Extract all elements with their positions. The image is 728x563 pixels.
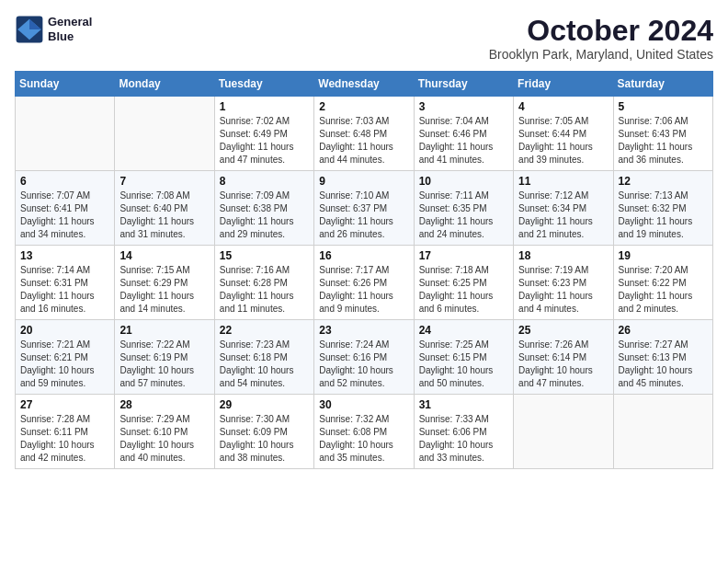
calendar-cell: 8Sunrise: 7:09 AM Sunset: 6:38 PM Daylig… <box>214 171 313 246</box>
month-title: October 2024 <box>489 15 713 47</box>
day-number: 13 <box>20 249 109 262</box>
day-detail: Sunrise: 7:22 AM Sunset: 6:19 PM Dayligh… <box>119 339 209 390</box>
calendar-cell: 20Sunrise: 7:21 AM Sunset: 6:21 PM Dayli… <box>16 320 115 395</box>
calendar-week-row: 1Sunrise: 7:02 AM Sunset: 6:49 PM Daylig… <box>16 97 713 171</box>
day-number: 4 <box>518 100 608 113</box>
calendar-cell: 4Sunrise: 7:05 AM Sunset: 6:44 PM Daylig… <box>514 97 613 171</box>
day-number: 6 <box>20 175 109 188</box>
day-detail: Sunrise: 7:04 AM Sunset: 6:46 PM Dayligh… <box>419 115 508 167</box>
day-number: 7 <box>119 175 209 188</box>
calendar-week-row: 6Sunrise: 7:07 AM Sunset: 6:41 PM Daylig… <box>16 171 713 246</box>
calendar-week-row: 27Sunrise: 7:28 AM Sunset: 6:11 PM Dayli… <box>16 395 713 469</box>
day-detail: Sunrise: 7:16 AM Sunset: 6:28 PM Dayligh… <box>220 264 309 316</box>
calendar-cell: 30Sunrise: 7:32 AM Sunset: 6:08 PM Dayli… <box>314 395 414 469</box>
day-detail: Sunrise: 7:12 AM Sunset: 6:34 PM Dayligh… <box>518 190 608 241</box>
calendar-week-row: 13Sunrise: 7:14 AM Sunset: 6:31 PM Dayli… <box>16 246 713 320</box>
day-number: 31 <box>419 398 508 411</box>
calendar-cell: 17Sunrise: 7:18 AM Sunset: 6:25 PM Dayli… <box>414 246 513 320</box>
logo-line2: Blue <box>48 29 92 44</box>
weekday-header: Wednesday <box>314 72 414 97</box>
day-number: 1 <box>220 100 309 113</box>
weekday-header: Thursday <box>414 72 513 97</box>
weekday-header: Friday <box>514 72 613 97</box>
calendar-cell: 21Sunrise: 7:22 AM Sunset: 6:19 PM Dayli… <box>115 320 214 395</box>
day-detail: Sunrise: 7:20 AM Sunset: 6:22 PM Dayligh… <box>619 264 708 316</box>
title-block: October 2024 Brooklyn Park, Maryland, Un… <box>489 15 713 62</box>
calendar-cell: 19Sunrise: 7:20 AM Sunset: 6:22 PM Dayli… <box>613 246 712 320</box>
day-number: 10 <box>419 175 508 188</box>
weekday-row: SundayMondayTuesdayWednesdayThursdayFrid… <box>16 72 713 97</box>
day-number: 30 <box>319 398 408 411</box>
day-detail: Sunrise: 7:10 AM Sunset: 6:37 PM Dayligh… <box>319 190 408 241</box>
day-detail: Sunrise: 7:07 AM Sunset: 6:41 PM Dayligh… <box>20 190 109 241</box>
calendar-cell <box>613 395 712 469</box>
day-detail: Sunrise: 7:30 AM Sunset: 6:09 PM Dayligh… <box>220 413 309 465</box>
day-number: 17 <box>419 249 508 262</box>
day-detail: Sunrise: 7:29 AM Sunset: 6:10 PM Dayligh… <box>119 413 209 465</box>
calendar-cell: 23Sunrise: 7:24 AM Sunset: 6:16 PM Dayli… <box>314 320 414 395</box>
weekday-header: Monday <box>115 72 214 97</box>
day-number: 21 <box>119 324 209 337</box>
day-detail: Sunrise: 7:11 AM Sunset: 6:35 PM Dayligh… <box>419 190 508 241</box>
day-number: 19 <box>619 249 708 262</box>
day-detail: Sunrise: 7:21 AM Sunset: 6:21 PM Dayligh… <box>20 339 109 390</box>
calendar-cell <box>16 97 115 171</box>
calendar-cell: 6Sunrise: 7:07 AM Sunset: 6:41 PM Daylig… <box>16 171 115 246</box>
calendar-cell: 2Sunrise: 7:03 AM Sunset: 6:48 PM Daylig… <box>314 97 414 171</box>
day-detail: Sunrise: 7:32 AM Sunset: 6:08 PM Dayligh… <box>319 413 408 465</box>
logo-line1: General <box>48 15 92 29</box>
day-detail: Sunrise: 7:03 AM Sunset: 6:48 PM Dayligh… <box>319 115 408 167</box>
calendar-cell: 7Sunrise: 7:08 AM Sunset: 6:40 PM Daylig… <box>115 171 214 246</box>
calendar-header: SundayMondayTuesdayWednesdayThursdayFrid… <box>16 72 713 97</box>
calendar-table: SundayMondayTuesdayWednesdayThursdayFrid… <box>15 71 713 469</box>
day-detail: Sunrise: 7:18 AM Sunset: 6:25 PM Dayligh… <box>419 264 508 316</box>
day-number: 28 <box>119 398 209 411</box>
day-detail: Sunrise: 7:14 AM Sunset: 6:31 PM Dayligh… <box>20 264 109 316</box>
day-number: 23 <box>319 324 408 337</box>
calendar-cell: 28Sunrise: 7:29 AM Sunset: 6:10 PM Dayli… <box>115 395 214 469</box>
day-detail: Sunrise: 7:09 AM Sunset: 6:38 PM Dayligh… <box>220 190 309 241</box>
calendar-cell: 18Sunrise: 7:19 AM Sunset: 6:23 PM Dayli… <box>514 246 613 320</box>
day-detail: Sunrise: 7:15 AM Sunset: 6:29 PM Dayligh… <box>119 264 209 316</box>
calendar-cell: 9Sunrise: 7:10 AM Sunset: 6:37 PM Daylig… <box>314 171 414 246</box>
calendar-cell: 24Sunrise: 7:25 AM Sunset: 6:15 PM Dayli… <box>414 320 513 395</box>
day-detail: Sunrise: 7:33 AM Sunset: 6:06 PM Dayligh… <box>419 413 508 465</box>
day-number: 16 <box>319 249 408 262</box>
calendar-cell <box>514 395 613 469</box>
day-number: 20 <box>20 324 109 337</box>
calendar-cell: 11Sunrise: 7:12 AM Sunset: 6:34 PM Dayli… <box>514 171 613 246</box>
location: Brooklyn Park, Maryland, United States <box>489 47 713 62</box>
calendar-cell: 3Sunrise: 7:04 AM Sunset: 6:46 PM Daylig… <box>414 97 513 171</box>
logo: General Blue <box>15 15 92 44</box>
weekday-header: Tuesday <box>214 72 313 97</box>
calendar-cell: 15Sunrise: 7:16 AM Sunset: 6:28 PM Dayli… <box>214 246 313 320</box>
day-number: 5 <box>619 100 708 113</box>
day-number: 22 <box>220 324 309 337</box>
day-detail: Sunrise: 7:19 AM Sunset: 6:23 PM Dayligh… <box>518 264 608 316</box>
day-number: 2 <box>319 100 408 113</box>
calendar-cell: 27Sunrise: 7:28 AM Sunset: 6:11 PM Dayli… <box>16 395 115 469</box>
day-detail: Sunrise: 7:23 AM Sunset: 6:18 PM Dayligh… <box>220 339 309 390</box>
calendar-cell: 16Sunrise: 7:17 AM Sunset: 6:26 PM Dayli… <box>314 246 414 320</box>
day-detail: Sunrise: 7:02 AM Sunset: 6:49 PM Dayligh… <box>220 115 309 167</box>
weekday-header: Saturday <box>613 72 712 97</box>
calendar-cell: 14Sunrise: 7:15 AM Sunset: 6:29 PM Dayli… <box>115 246 214 320</box>
day-detail: Sunrise: 7:08 AM Sunset: 6:40 PM Dayligh… <box>119 190 209 241</box>
day-number: 14 <box>119 249 209 262</box>
day-detail: Sunrise: 7:28 AM Sunset: 6:11 PM Dayligh… <box>20 413 109 465</box>
day-number: 8 <box>220 175 309 188</box>
day-number: 3 <box>419 100 508 113</box>
calendar-cell: 13Sunrise: 7:14 AM Sunset: 6:31 PM Dayli… <box>16 246 115 320</box>
logo-icon <box>15 15 44 44</box>
calendar-body: 1Sunrise: 7:02 AM Sunset: 6:49 PM Daylig… <box>16 97 713 469</box>
day-number: 27 <box>20 398 109 411</box>
calendar-cell: 31Sunrise: 7:33 AM Sunset: 6:06 PM Dayli… <box>414 395 513 469</box>
day-number: 9 <box>319 175 408 188</box>
day-number: 29 <box>220 398 309 411</box>
day-detail: Sunrise: 7:05 AM Sunset: 6:44 PM Dayligh… <box>518 115 608 167</box>
day-number: 11 <box>518 175 608 188</box>
day-number: 24 <box>419 324 508 337</box>
day-number: 15 <box>220 249 309 262</box>
day-number: 18 <box>518 249 608 262</box>
day-detail: Sunrise: 7:25 AM Sunset: 6:15 PM Dayligh… <box>419 339 508 390</box>
